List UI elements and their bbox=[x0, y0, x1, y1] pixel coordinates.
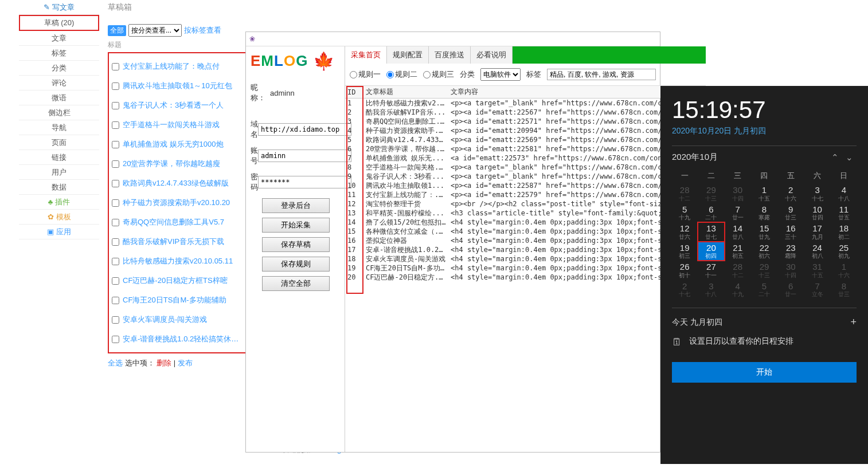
draft-link[interactable]: CF海王20日TS自M-多功能辅助 bbox=[123, 295, 226, 305]
calendar-day[interactable]: 29十三 bbox=[752, 261, 777, 280]
calendar-day[interactable]: 25初九 bbox=[831, 242, 857, 261]
sidebar-item[interactable]: 草稿 (20) bbox=[19, 15, 99, 31]
calendar-day[interactable]: 9廿三 bbox=[778, 204, 803, 222]
draft-checkbox[interactable] bbox=[112, 336, 119, 343]
calendar-day[interactable]: 26初十 bbox=[672, 261, 697, 280]
calendar-day[interactable]: 2十六 bbox=[778, 184, 803, 203]
sidebar-item[interactable]: ✿模板 bbox=[19, 210, 99, 225]
collector-button[interactable]: 清空全部 bbox=[262, 276, 330, 291]
sidebar-item[interactable]: 页面 bbox=[19, 135, 99, 150]
calendar-day[interactable]: 5十九 bbox=[672, 204, 697, 222]
password-input[interactable] bbox=[258, 176, 351, 188]
draft-checkbox[interactable] bbox=[112, 82, 119, 90]
calendar-day[interactable]: 16三十 bbox=[778, 223, 803, 241]
draft-checkbox[interactable] bbox=[112, 238, 119, 246]
collector-button[interactable]: 开始采集 bbox=[262, 218, 330, 233]
draft-link[interactable]: 安卓火车调度员-闯关游戏 bbox=[123, 314, 207, 325]
draft-link[interactable]: 空手道格斗一款闯关格斗游戏 bbox=[123, 120, 220, 130]
calendar-day[interactable]: 28十二 bbox=[672, 184, 697, 203]
calendar-day[interactable]: 17九月 bbox=[804, 223, 830, 241]
calendar-day[interactable]: 12廿六 bbox=[672, 223, 697, 241]
draft-link[interactable]: 支付宝新上线功能了：晚点付 bbox=[123, 61, 220, 72]
draft-checkbox[interactable] bbox=[112, 277, 119, 285]
calendar-day[interactable]: 6廿一 bbox=[778, 281, 803, 299]
calendar-day[interactable]: 11廿五 bbox=[831, 204, 857, 222]
calendar-day[interactable]: 30十四 bbox=[725, 184, 750, 203]
calendar-day[interactable]: 14廿八 bbox=[725, 223, 750, 241]
sidebar-item[interactable]: 链接 bbox=[19, 150, 99, 165]
rule1-radio[interactable]: 规则一 bbox=[350, 69, 381, 80]
draft-link[interactable]: CF迈巴赫-20日稳定方框TS梓嘧 bbox=[123, 276, 228, 286]
publish-link[interactable]: 发布 bbox=[178, 359, 193, 367]
rule2-radio[interactable]: 规则二 bbox=[386, 69, 417, 80]
collect-tags-input[interactable] bbox=[547, 69, 656, 80]
draft-link[interactable]: 腾讯欢斗地主抽取领1～10元红包 bbox=[123, 81, 232, 91]
draft-link[interactable]: 20堂营养学课，帮你越吃越瘦 bbox=[123, 159, 220, 169]
sidebar-item[interactable]: 用户 bbox=[19, 165, 99, 180]
draft-link[interactable]: 酷我音乐破解VIP音乐无损下载 bbox=[123, 237, 224, 247]
collector-tab[interactable]: 采集首页 bbox=[345, 46, 387, 64]
sidebar-item[interactable]: ✎写文章 bbox=[19, 0, 99, 15]
draft-checkbox[interactable] bbox=[112, 199, 119, 207]
calendar-day[interactable]: 18初二 bbox=[831, 223, 857, 241]
calendar-day[interactable]: 31十五 bbox=[804, 261, 830, 280]
calendar-day[interactable]: 3十八 bbox=[698, 281, 724, 299]
sidebar-item[interactable]: 评论 bbox=[19, 76, 99, 91]
draft-link[interactable]: 奇易QQ空间信息删除工具V5.7 bbox=[123, 217, 224, 227]
calendar-day[interactable]: 30十四 bbox=[778, 261, 803, 280]
domain-input[interactable] bbox=[258, 123, 351, 136]
window-titlebar[interactable]: ❀ bbox=[246, 32, 660, 46]
delete-link[interactable]: 删除 bbox=[157, 359, 171, 367]
draft-checkbox[interactable] bbox=[112, 121, 119, 129]
filter-all[interactable]: 全部 bbox=[108, 25, 126, 36]
calendar-day[interactable]: 4十八 bbox=[831, 184, 857, 203]
calendar-day[interactable]: 7立冬 bbox=[804, 281, 830, 299]
category-select[interactable]: 按分类查看... bbox=[128, 24, 182, 37]
collector-button[interactable]: 保存草稿 bbox=[262, 237, 330, 252]
draft-link[interactable]: 鬼谷子识人术：3秒看透一个人 bbox=[123, 100, 224, 111]
draft-link[interactable]: 单机捕鱼游戏 娱乐无穷1000炮 bbox=[123, 139, 224, 150]
add-event-icon[interactable]: + bbox=[850, 316, 857, 328]
draft-link[interactable]: 比特舟敏感磁力搜索v20.10.05.11 bbox=[123, 256, 233, 266]
start-button[interactable]: 开始 bbox=[672, 362, 857, 383]
draft-link[interactable]: 安卓-谐音梗挑战1.0.2轻松搞笑休闲游戏 bbox=[123, 334, 244, 344]
sidebar-item[interactable]: 侧边栏 bbox=[19, 105, 99, 120]
sidebar-item[interactable]: ♣插件 bbox=[19, 195, 99, 210]
sidebar-item[interactable]: 数据 bbox=[19, 180, 99, 195]
calendar-day[interactable]: 27十一 bbox=[698, 261, 724, 280]
calendar-day[interactable]: 6二十 bbox=[698, 204, 724, 222]
draft-checkbox[interactable] bbox=[112, 102, 119, 109]
calendar-day[interactable]: 4十九 bbox=[725, 281, 750, 299]
calendar-day[interactable]: 5二十 bbox=[752, 281, 777, 299]
sidebar-item[interactable]: 文章 bbox=[19, 31, 99, 46]
calendar-day[interactable]: 24初八 bbox=[804, 242, 830, 261]
draft-checkbox[interactable] bbox=[112, 160, 119, 168]
account-input[interactable] bbox=[258, 150, 351, 162]
draft-checkbox[interactable] bbox=[112, 180, 119, 187]
calendar-day[interactable]: 8廿三 bbox=[831, 281, 857, 299]
calendar-day[interactable]: 28十二 bbox=[725, 261, 750, 280]
draft-checkbox[interactable] bbox=[112, 63, 119, 70]
view-by-tag-link[interactable]: 按标签查看 bbox=[184, 25, 221, 36]
sidebar-item[interactable]: ▣应用 bbox=[19, 225, 99, 239]
draft-checkbox[interactable] bbox=[112, 258, 119, 265]
calendar-day[interactable]: 3十七 bbox=[804, 184, 830, 203]
rule3-radio[interactable]: 规则三 bbox=[423, 69, 454, 80]
calendar-day[interactable]: 10廿四 bbox=[804, 204, 830, 222]
collector-tab[interactable]: 规则配置 bbox=[387, 46, 429, 64]
draft-checkbox[interactable] bbox=[112, 219, 119, 226]
collect-category-select[interactable]: 电脑软件 bbox=[480, 68, 521, 81]
collector-tab[interactable]: 必看说明 bbox=[471, 46, 513, 64]
calendar-day[interactable]: 29十三 bbox=[698, 184, 724, 203]
calendar-day[interactable]: 1十五 bbox=[752, 184, 777, 203]
draft-checkbox[interactable] bbox=[112, 297, 119, 304]
calendar-day[interactable]: 20初四 bbox=[698, 242, 724, 261]
clock-date[interactable]: 2020年10月20日 九月初四 bbox=[672, 126, 857, 136]
grid-row[interactable]: 20CF迈巴赫-20日稳定方...<h4 style="margin:0.4em… bbox=[345, 273, 706, 282]
sidebar-item[interactable]: 标签 bbox=[19, 46, 99, 61]
next-month-icon[interactable]: ⌄ bbox=[842, 152, 857, 162]
collector-button[interactable]: 登录后台 bbox=[262, 198, 330, 213]
draft-link[interactable]: 种子磁力资源搜索助手v20.10.20 bbox=[123, 198, 230, 208]
sidebar-item[interactable]: 微语 bbox=[19, 91, 99, 105]
calendar-month[interactable]: 2020年10月 bbox=[672, 152, 718, 163]
